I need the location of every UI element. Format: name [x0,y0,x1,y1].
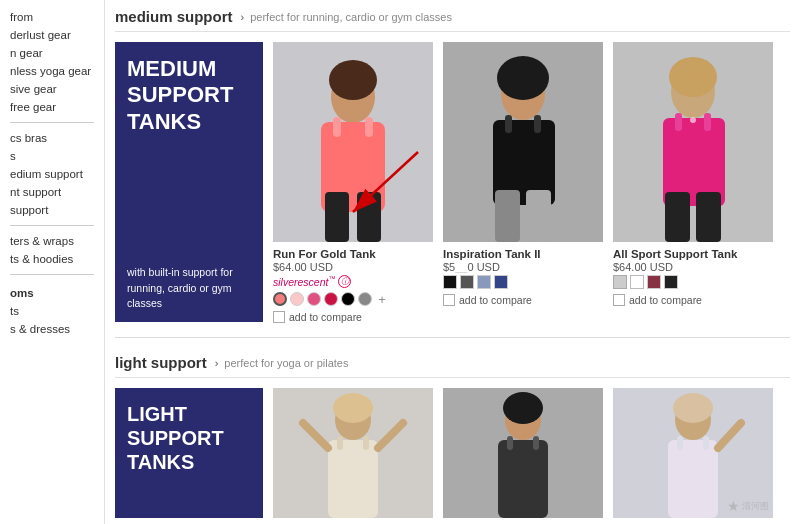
light-banner-title: LIGHT SUPPORT TANKS [127,402,251,474]
swatch-dark-red[interactable] [324,292,338,306]
product-info-all-sport: All Sport Support Tank $64.00 USD add to… [613,242,773,306]
svg-rect-45 [677,436,683,450]
compare-label-inspiration[interactable]: add to compare [459,294,532,306]
swatch-black-sq[interactable] [443,275,457,289]
silverescent-text: silverescent™ [273,275,335,288]
swatch-blue-sq[interactable] [477,275,491,289]
product-info-inspiration: Inspiration Tank II $5__0 USD add to com… [443,242,603,306]
medium-support-header: medium support › perfect for running, ca… [115,0,790,32]
compare-label-run-for-gold[interactable]: add to compare [289,311,362,323]
svg-rect-17 [526,190,551,242]
product-price-all-sport: $64.00 USD [613,261,773,273]
light-product-2 [443,388,603,518]
swatch-light-pink[interactable] [290,292,304,306]
svg-rect-16 [495,190,520,242]
compare-checkbox-run-for-gold[interactable] [273,311,285,323]
sidebar-item-freegear[interactable]: free gear [10,98,94,116]
light-support-banner: LIGHT SUPPORT TANKS [115,388,263,518]
product-image-all-sport[interactable] [613,42,773,242]
svg-rect-25 [665,192,690,242]
star-icon: ★ [727,498,740,514]
sidebar: from derlust gear n gear nless yoga gear… [0,0,105,524]
medium-support-title[interactable]: medium support [115,8,233,25]
sidebar-item-s[interactable]: s [10,147,94,165]
swatch-coral[interactable] [273,292,287,306]
svg-point-29 [333,393,373,423]
product-inspiration-tank: Inspiration Tank II $5__0 USD add to com… [443,42,603,323]
svg-point-12 [497,56,549,100]
sidebar-item-cbras[interactable]: cs bras [10,129,94,147]
swatch-gray[interactable] [358,292,372,306]
svg-rect-38 [498,440,548,518]
swatch-black[interactable] [341,292,355,306]
svg-rect-32 [363,436,369,450]
compare-row-run-for-gold: add to compare [273,311,433,323]
watermark: ★ 清河图 [727,498,769,514]
watermark-text: 清河图 [742,500,769,513]
compare-checkbox-inspiration[interactable] [443,294,455,306]
product-name-run-for-gold[interactable]: Run For Gold Tank [273,248,433,260]
sidebar-item-ngear[interactable]: n gear [10,44,94,62]
light-support-title[interactable]: light support [115,354,207,371]
light-product-3: ★ 清河图 [613,388,773,518]
swatch-hot-pink[interactable] [307,292,321,306]
svg-rect-5 [365,117,373,137]
swatch-blk-sq[interactable] [664,275,678,289]
light-product-image-2[interactable] [443,388,603,518]
svg-rect-23 [704,113,711,131]
svg-rect-30 [328,440,378,518]
compare-checkbox-all-sport[interactable] [613,294,625,306]
sidebar-item-sivegear[interactable]: sive gear [10,80,94,98]
swatch-darkblue-sq[interactable] [494,275,508,289]
sidebar-divider-2 [10,225,94,226]
sidebar-item-tshoodies[interactable]: ts & hoodies [10,250,94,268]
svg-rect-7 [357,192,381,242]
sidebar-item-terwraps[interactable]: ters & wraps [10,232,94,250]
svg-rect-39 [507,436,513,450]
swatch-white-sq[interactable] [630,275,644,289]
sidebar-divider-3 [10,274,94,275]
svg-rect-6 [325,192,349,242]
silverescent-info-icon[interactable]: ⓘ [338,275,351,288]
svg-rect-14 [505,115,512,133]
product-name-inspiration[interactable]: Inspiration Tank II [443,248,603,260]
product-image-inspiration[interactable] [443,42,603,242]
swatch-plus-btn[interactable]: + [375,292,389,306]
swatch-lgray-sq[interactable] [613,275,627,289]
medium-support-subtitle: perfect for running, cardio or gym class… [250,11,452,23]
compare-label-all-sport[interactable]: add to compare [629,294,702,306]
medium-support-banner: MEDIUM SUPPORT TANKS with built-in suppo… [115,42,263,322]
svg-point-20 [669,57,717,97]
sidebar-item-ts[interactable]: ts [10,302,94,320]
light-support-subtitle: perfect for yoga or pilates [224,357,348,369]
swatch-gray-sq[interactable] [460,275,474,289]
medium-support-arrow: › [241,11,245,23]
light-support-header: light support › perfect for yoga or pila… [115,346,790,378]
svg-rect-46 [703,436,709,450]
product-name-all-sport[interactable]: All Sport Support Tank [613,248,773,260]
sidebar-section-oms: oms [10,281,94,302]
product-info-run-for-gold: Run For Gold Tank $64.00 USD silverescen… [273,242,433,323]
light-product-image-3[interactable]: ★ 清河图 [613,388,773,518]
sidebar-item-support[interactable]: support [10,201,94,219]
sidebar-item-sdresses[interactable]: s & dresses [10,320,94,338]
svg-rect-26 [696,192,721,242]
compare-row-inspiration: add to compare [443,294,603,306]
sidebar-item-wanderlust[interactable]: derlust gear [10,26,94,44]
banner-title: MEDIUM SUPPORT TANKS [127,56,251,135]
medium-support-grid: MEDIUM SUPPORT TANKS with built-in suppo… [115,42,790,323]
light-product-image-1[interactable] [273,388,433,518]
sidebar-item-mediumsupport[interactable]: edium support [10,165,94,183]
svg-rect-44 [668,440,718,518]
sidebar-item-nlessyoga[interactable]: nless yoga gear [10,62,94,80]
sidebar-item-from[interactable]: from [10,8,94,26]
light-support-arrow: › [215,357,219,369]
banner-subtitle: with built-in support for running, cardi… [127,265,251,312]
product-image-run-for-gold[interactable] [273,42,433,242]
swatches-inspiration [443,275,603,289]
svg-rect-31 [337,436,343,450]
swatch-wine-sq[interactable] [647,275,661,289]
sidebar-item-ntsupport[interactable]: nt support [10,183,94,201]
sidebar-divider-1 [10,122,94,123]
light-support-grid: LIGHT SUPPORT TANKS [115,388,790,518]
